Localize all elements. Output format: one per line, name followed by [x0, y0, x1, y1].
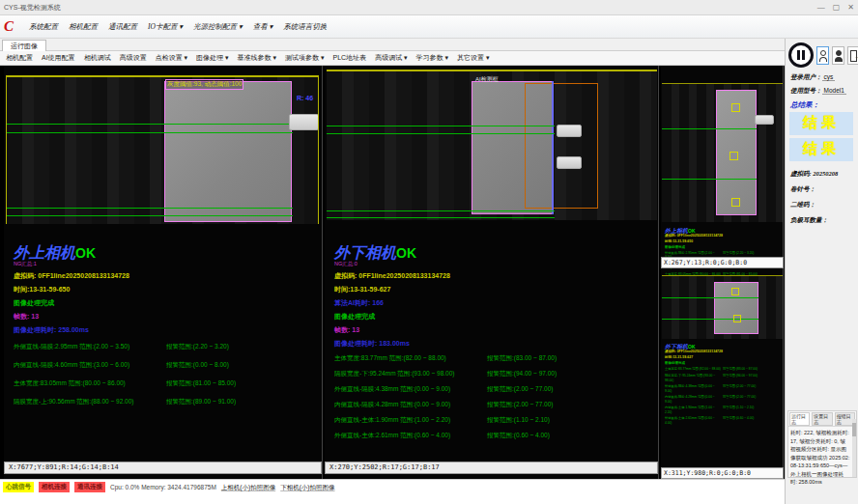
defect-mark [731, 103, 740, 112]
title-bar: CYS-视觉检测系统 — ▢ ✕ [0, 0, 858, 15]
menu-system-config[interactable]: 系统配置 [29, 22, 58, 32]
tool-spot-check[interactable]: 点检设置 ▾ [156, 53, 187, 63]
camera-view-upper-outer[interactable]: 灰度阈值:93, 动态阈值:100 R: 46 外上相机OK NG汇总:1 虚拟… [4, 66, 323, 479]
control-buttons: → [788, 42, 858, 68]
menu-comm-config[interactable]: 通讯配置 [108, 22, 137, 32]
log-tab-settings[interactable]: 设置日志 [812, 412, 832, 426]
login-user-row: 登录用户：cys [790, 73, 835, 82]
log-scrollbar[interactable] [852, 419, 856, 477]
defect-mark [733, 315, 741, 322]
baseline-green [327, 126, 555, 126]
defect-mark [731, 288, 739, 295]
elapsed-line: 图像处理耗时: 183.00ms [334, 339, 557, 349]
cursor-coordinates-upper: X:7677;Y:891;R:14;G:14;B:14 [4, 462, 322, 474]
status-bar: 心跳信号 相机连接 通讯连接 Cpu: 0.0% Memory: 3424.41… [0, 479, 785, 504]
ai-box-label: AI检测框 [475, 75, 499, 84]
electrode-tab [755, 115, 774, 125]
menu-light-config[interactable]: 光源控制配置 ▾ [193, 22, 243, 32]
baseline-green [7, 208, 293, 209]
comm-connection-badge: 通讯连接 [74, 482, 105, 492]
edge-line-blue [552, 81, 554, 214]
camera-result-title: 外下相机OK [334, 245, 557, 261]
log-tab-run[interactable]: 运行日志 [789, 412, 810, 426]
app-logo-icon: C [4, 19, 18, 34]
minimize-icon[interactable]: — [817, 0, 825, 15]
log-tabs: 运行日志 设置日志 报错日志 [788, 411, 856, 427]
time-line: 时间:13-31-59-650 [14, 285, 236, 294]
right-panel: → 登录用户：cys 使用型号：Model1 总结果： 结果 结果 虚拟码: 2… [785, 39, 858, 504]
ng-total: NG汇总:0 [334, 261, 557, 267]
camera-image-upper: 灰度阈值:93, 动态阈值:100 R: 46 [6, 75, 319, 224]
frame-count-line: 帧数: 13 [14, 312, 236, 322]
qr-code-label: 二维码： [790, 201, 815, 210]
tool-baseline-params[interactable]: 基准线参数 ▾ [238, 53, 276, 63]
result-box-lower: 结果 [789, 138, 853, 161]
result-box-upper: 结果 [789, 112, 853, 135]
menu-io-config[interactable]: IO卡配置 ▾ [148, 22, 183, 32]
camera-result-title: 外上相机OK [14, 245, 236, 261]
model-value[interactable]: Model1 [822, 87, 846, 95]
heartbeat-status-badge: 心跳信号 [3, 482, 34, 492]
menu-bar: C 系统配置 相机配置 通讯配置 IO卡配置 ▾ 光源控制配置 ▾ 查看 ▾ 系… [0, 15, 858, 39]
cell-roi [164, 81, 292, 222]
elapsed-line: 图像处理耗时: 258.00ms [14, 325, 236, 335]
tool-camera-debug[interactable]: 相机调试 [84, 53, 111, 63]
result-block-upper: 外上相机OK NG汇总:1 虚拟码: 0FF1line2025020813313… [14, 245, 236, 416]
close-icon[interactable]: ✕ [847, 0, 854, 15]
pause-button[interactable] [788, 42, 814, 68]
tool-image-processing[interactable]: 图像处理 ▾ [196, 53, 228, 63]
menu-language-switch[interactable]: 系统语言切换 [283, 22, 327, 32]
baseline-green [327, 133, 555, 134]
electrode-tab [557, 156, 582, 169]
exit-arrow-icon: → [854, 54, 858, 60]
measure-row: 外侧直线-主体:2.61mm 范围:(0.60 ~ 4.00)报警范围:(0.6… [334, 432, 557, 440]
baseline-green [662, 297, 758, 298]
panel-barcode-line: 虚拟码: 20250208 [790, 170, 838, 179]
log-text: 耗时: 222, 皱褶检测耗时: 17, 皱褶分类耗时: 0, 皱褶视频分区耗时… [788, 427, 856, 489]
tool-advanced-settings[interactable]: 高级设置 [120, 53, 147, 63]
app-window: CYS-视觉检测系统 — ▢ ✕ C 系统配置 相机配置 通讯配置 IO卡配置 … [0, 0, 858, 504]
mini-coordinates-upper: X:267;Y:13;R:0;G:0;B:0 [661, 257, 784, 268]
log-panel[interactable]: 运行日志 设置日志 报错日志 耗时: 222, 皱褶检测耗时: 17, 皱褶分类… [787, 410, 857, 478]
negative-tab-count-label: 负极耳数量： [790, 216, 828, 225]
baseline-green [662, 179, 757, 180]
toolbar: 相机配置 AI使用配置 相机调试 高级设置 点检设置 ▾ 图像处理 ▾ 基准线参… [0, 51, 785, 66]
tool-advanced-debug[interactable]: 高级调试 ▾ [375, 53, 407, 63]
electrode-tab [557, 125, 582, 137]
user-login-button[interactable] [816, 46, 829, 65]
maximize-icon[interactable]: ▢ [833, 0, 841, 15]
cpu-memory-status: Cpu: 0.0% Memory: 3424.41796875M [110, 482, 216, 490]
tool-learning-params[interactable]: 学习参数 ▾ [416, 53, 448, 63]
tool-other-settings[interactable]: 其它设置 ▾ [457, 53, 489, 63]
measure-row: 外侧直线-隔膜:4.38mm 范围:(0.00 ~ 9.00)报警范围:(2.0… [334, 385, 557, 394]
barcode-line: 虚拟码: 0FF1line20250208133134728 [334, 271, 557, 281]
baseline-green [327, 210, 555, 211]
menu-camera-config[interactable]: 相机配置 [69, 22, 98, 32]
tool-ai-usage-config[interactable]: AI使用配置 [42, 53, 75, 63]
mini-view-upper[interactable]: 外上相机OK 虚拟码: 0FF1line20250208133134728 时间… [661, 66, 784, 268]
measure-row: 主体宽度:83.77mm 范围:(82.00 ~ 88.00)报警范围:(83.… [334, 354, 557, 363]
baseline-green [7, 124, 293, 125]
threshold-overlay-text: 灰度阈值:93, 动态阈值:100 [165, 79, 243, 90]
tool-test-params[interactable]: 测试项参数 ▾ [285, 53, 324, 63]
upper-camera-snapshot-link[interactable]: 上相机(小)拍照图像 [221, 482, 275, 492]
menu-view[interactable]: 查看 ▾ [253, 22, 273, 32]
tool-camera-config[interactable]: 相机配置 [6, 53, 33, 63]
login-user-value[interactable]: cys [822, 73, 836, 81]
ng-total: NG汇总:1 [14, 261, 236, 267]
measure-row: 内侧直线-主体:1.90mm 范围:(1.00 ~ 2.20)报警范围:(1.1… [334, 416, 557, 425]
cursor-coordinates-lower: X:270;Y:2502;R:17;G:17;B:17 [325, 462, 658, 474]
barcode-line: 虚拟码: 0FF1line20250208133134728 [14, 271, 236, 281]
user-switch-button[interactable] [832, 46, 844, 65]
ai-elapsed-line: 算法AI耗时: 166 [334, 298, 557, 308]
person-icon [820, 50, 826, 56]
tab-run-image[interactable]: 运行图像 [2, 40, 46, 51]
baseline-green [7, 132, 293, 133]
camera-view-lower-outer[interactable]: AI检测框 外下相机OK NG汇总:0 虚拟码: 0FF1line2025020… [325, 66, 659, 479]
logout-button[interactable]: → [847, 46, 858, 65]
measure-row: 外侧直线-隔膜:2.95mm 范围:(2.00 ~ 3.50)报警范围:(2.2… [14, 343, 236, 351]
processing-done-line: 图像处理完成 [14, 298, 236, 308]
mini-view-lower[interactable]: 外下相机OK 虚拟码: 0FF1line20250208133134728 时间… [661, 270, 784, 479]
tool-plc-address[interactable]: PLC地址表 [333, 53, 367, 63]
lower-camera-snapshot-link[interactable]: 下相机(小)拍照图像 [280, 482, 334, 492]
